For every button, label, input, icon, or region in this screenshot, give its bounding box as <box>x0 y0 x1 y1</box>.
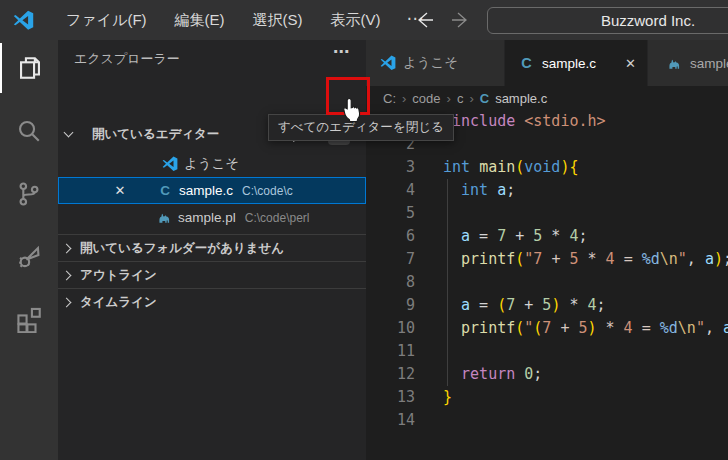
menu-selection[interactable]: 選択(S) <box>239 0 317 40</box>
breadcrumb-item-drive[interactable]: C: <box>383 91 396 106</box>
vscode-file-icon <box>379 55 396 71</box>
breadcrumb-item-code[interactable]: code <box>412 91 440 106</box>
activity-search[interactable] <box>0 106 58 156</box>
open-editor-item-welcome[interactable]: ようこそ <box>58 150 366 177</box>
file-path: C:\code\perl <box>245 211 310 225</box>
line-numbers: 1234567891011121314 <box>366 110 415 432</box>
activity-extensions[interactable] <box>0 295 58 345</box>
c-file-icon: C <box>155 183 175 198</box>
activity-explorer[interactable] <box>0 43 58 93</box>
open-editors-label: 開いているエディター <box>92 126 219 143</box>
code-lines: #include <stdio.h>int main(void){ int a;… <box>443 110 728 432</box>
chevron-right-icon <box>62 243 72 253</box>
search-icon <box>16 118 42 144</box>
chevron-separator-icon: › <box>469 91 473 106</box>
tab-sample-c[interactable]: C sample.c ✕ <box>505 40 648 86</box>
vscode-window: ファイル(F) 編集(E) 選択(S) 表示(V) ⋯ Buzzword Inc… <box>0 0 728 460</box>
tab-sample-pl[interactable]: sample.pl <box>648 40 728 86</box>
explorer-more-actions-icon[interactable]: ⋯ <box>333 42 350 61</box>
open-editor-item-sample-pl[interactable]: sample.plC:\code\perl <box>58 204 366 231</box>
hand-cursor-icon <box>340 97 365 126</box>
activity-bar <box>0 40 58 460</box>
code-editor[interactable]: 1234567891011121314 #include <stdio.h>in… <box>366 110 728 460</box>
title-bar: ファイル(F) 編集(E) 選択(S) 表示(V) ⋯ Buzzword Inc… <box>0 0 728 40</box>
chevron-right-icon <box>62 270 72 280</box>
open-editor-label: sample.plC:\code\perl <box>178 210 309 225</box>
perl-file-icon <box>666 56 683 71</box>
menu-view[interactable]: 表示(V) <box>317 0 395 40</box>
git-branch-icon <box>16 181 42 207</box>
chevron-separator-icon: › <box>402 91 406 106</box>
menu-edit[interactable]: 編集(E) <box>161 0 239 40</box>
explorer-sidebar: エクスプローラー ⋯ 開いているエディター <box>58 40 366 460</box>
extensions-icon <box>16 307 42 333</box>
explorer-header: エクスプローラー ⋯ <box>58 40 366 78</box>
command-center-search[interactable]: Buzzword Inc. <box>487 7 728 34</box>
explorer-title: エクスプローラー <box>74 50 180 68</box>
tab-label: ようこそ <box>403 54 458 72</box>
chevron-down-icon <box>64 128 74 138</box>
activity-run-debug[interactable] <box>0 232 58 282</box>
files-icon <box>17 55 43 81</box>
menu-bar: ファイル(F) 編集(E) 選択(S) 表示(V) ⋯ <box>52 0 437 40</box>
c-file-icon: C <box>518 55 535 71</box>
open-editor-label: sample.cC:\code\c <box>179 183 293 198</box>
c-file-icon: C <box>480 91 489 106</box>
breadcrumb: C: › code › c › C sample.c <box>366 86 728 110</box>
tab-label: sample.pl <box>690 56 728 71</box>
open-editor-label: ようこそ <box>184 155 239 173</box>
breadcrumb-item-file[interactable]: sample.c <box>495 91 547 106</box>
vscode-file-icon <box>160 156 180 172</box>
section-no-folder[interactable]: 開いているフォルダーがありません <box>58 234 366 261</box>
vscode-logo-icon <box>13 10 34 31</box>
editor-area: ようこそ C sample.c ✕ sample.pl C: › code › … <box>366 40 728 460</box>
navigate-back-icon[interactable] <box>412 9 436 31</box>
tab-welcome[interactable]: ようこそ <box>366 40 505 86</box>
close-editor-icon[interactable]: ✕ <box>111 183 129 198</box>
section-label: タイムライン <box>80 294 157 311</box>
breadcrumb-item-c[interactable]: c <box>457 91 464 106</box>
menu-file[interactable]: ファイル(F) <box>52 0 161 40</box>
tab-label: sample.c <box>542 56 596 71</box>
activity-source-control[interactable] <box>0 169 58 219</box>
perl-file-icon <box>154 210 174 225</box>
chevron-separator-icon: › <box>447 91 451 106</box>
section-label: 開いているフォルダーがありません <box>80 240 284 257</box>
chevron-right-icon <box>62 297 72 307</box>
navigate-forward-icon[interactable] <box>449 9 473 31</box>
debug-icon <box>16 244 42 270</box>
section-timeline[interactable]: タイムライン <box>58 288 366 315</box>
file-path: C:\code\c <box>242 184 293 198</box>
open-editor-item-sample-c[interactable]: ✕ C sample.cC:\code\c <box>58 177 366 204</box>
tab-bar: ようこそ C sample.c ✕ sample.pl <box>366 40 728 86</box>
section-label: アウトライン <box>80 267 157 284</box>
section-outline[interactable]: アウトライン <box>58 261 366 288</box>
close-tab-icon[interactable]: ✕ <box>625 56 636 71</box>
